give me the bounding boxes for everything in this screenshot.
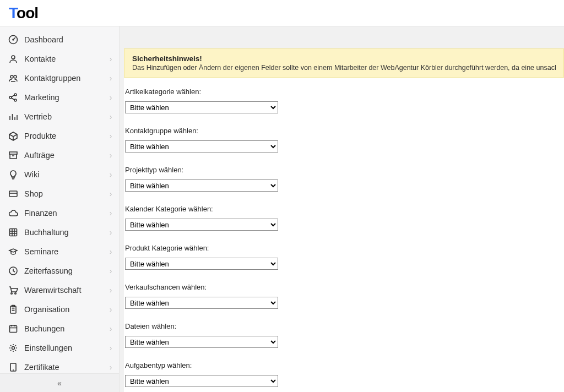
field-select[interactable]: Bitte wählen <box>125 179 278 192</box>
chevron-right-icon: › <box>108 170 113 179</box>
sidebar-item-label: Kontakte <box>24 55 108 63</box>
alert-text: Das Hinzufügen oder Ändern der eigenen F… <box>132 64 556 72</box>
field-select[interactable]: Bitte wählen <box>125 297 278 309</box>
form-row: Kalender Kategorie wählen:Bitte wählen <box>124 205 564 239</box>
app-header: Tool <box>0 0 564 26</box>
sidebar-item-label: Einstellungen <box>24 344 108 352</box>
field-label: Produkt Kategorie wählen: <box>125 244 563 252</box>
alert-title: Sicherheitshinweis! <box>132 55 556 63</box>
cap-icon <box>8 246 19 257</box>
sidebar-item-einstellungen[interactable]: Einstellungen› <box>0 338 119 357</box>
sidebar-item-label: Dashboard <box>24 35 113 44</box>
sidebar-item-produkte[interactable]: Produkte› <box>0 126 119 145</box>
sidebar-collapse-button[interactable]: « <box>0 373 119 392</box>
field-label: Projekttyp wählen: <box>125 166 563 174</box>
sidebar-item-kontakte[interactable]: Kontakte› <box>0 49 119 68</box>
chevron-right-icon: › <box>108 363 113 372</box>
sidebar-item-label: Organisation <box>24 305 108 314</box>
chevron-right-icon: › <box>108 228 113 237</box>
field-label: Artikelkategorie wählen: <box>125 88 563 96</box>
sidebar-item-label: Produkte <box>24 132 108 140</box>
field-label: Kontaktgruppe wählen: <box>125 127 563 135</box>
field-select[interactable]: Bitte wählen <box>125 140 278 153</box>
chevron-right-icon: › <box>108 132 113 140</box>
users-icon <box>8 73 19 84</box>
sidebar-item-label: Vertrieb <box>24 112 108 121</box>
sidebar-item-warenwirtschaft[interactable]: Warenwirtschaft› <box>0 280 119 300</box>
sidebar-item-zeiterfassung[interactable]: Zeiterfassung› <box>0 261 119 280</box>
sidebar-item-zertifikate[interactable]: Zertifikate› <box>0 357 119 373</box>
sidebar-item-label: Seminare <box>24 247 108 256</box>
sidebar-item-label: Buchungen <box>24 324 108 333</box>
sidebar-item-label: Aufträge <box>24 151 108 160</box>
chevron-right-icon: › <box>108 266 113 275</box>
sidebar-item-wiki[interactable]: Wiki› <box>0 165 119 184</box>
form-row: Artikelkategorie wählen:Bitte wählen <box>124 88 564 122</box>
field-select[interactable]: Bitte wählen <box>125 219 278 231</box>
form-row: Verkaufschancen wählen:Bitte wählen <box>124 283 564 318</box>
nav-list: DashboardKontakte›Kontaktgruppen›Marketi… <box>0 26 119 373</box>
settings-form: Artikelkategorie wählen:Bitte wählenKont… <box>124 88 564 392</box>
sidebar-item-seminare[interactable]: Seminare› <box>0 242 119 261</box>
form-row: Kontaktgruppe wählen:Bitte wählen <box>124 127 564 161</box>
sidebar-item-aufträge[interactable]: Aufträge› <box>0 145 119 165</box>
sidebar-item-buchhaltung[interactable]: Buchhaltung› <box>0 222 119 242</box>
field-select[interactable]: Bitte wählen <box>125 101 278 113</box>
security-alert: Sicherheitshinweis! Das Hinzufügen oder … <box>124 48 564 78</box>
chevron-right-icon: › <box>108 209 113 217</box>
form-row: Produkt Kategorie wählen:Bitte wählen <box>124 244 564 279</box>
form-row: Dateien wählen:Bitte wählen <box>124 322 564 357</box>
field-label: Dateien wählen: <box>125 322 563 330</box>
share-icon <box>8 92 19 103</box>
chevron-right-icon: › <box>108 189 113 198</box>
bulb-icon <box>8 169 19 180</box>
logo-accent: T <box>9 4 17 21</box>
sidebar-item-label: Marketing <box>24 93 108 102</box>
sidebar-item-label: Zeiterfassung <box>24 266 108 275</box>
field-label: Aufgabentyp wählen: <box>125 361 563 369</box>
chevron-right-icon: › <box>108 286 113 295</box>
chevron-right-icon: › <box>108 344 113 352</box>
chevron-right-icon: › <box>108 112 113 121</box>
collapse-icon: « <box>57 379 62 388</box>
sidebar-item-dashboard[interactable]: Dashboard <box>0 30 119 49</box>
card-icon <box>8 188 19 199</box>
clipboard-icon <box>8 304 19 315</box>
sidebar-item-kontaktgruppen[interactable]: Kontaktgruppen› <box>0 68 119 88</box>
form-row: Aufgabentyp wählen:Bitte wählen <box>124 361 564 392</box>
grid-icon <box>8 227 19 238</box>
field-select[interactable]: Bitte wählen <box>125 258 278 270</box>
sidebar-item-label: Wiki <box>24 170 108 179</box>
chevron-right-icon: › <box>108 74 113 83</box>
gauge-icon <box>8 34 19 45</box>
sidebar: DashboardKontakte›Kontaktgruppen›Marketi… <box>0 26 120 392</box>
user-icon <box>8 53 19 64</box>
sidebar-item-label: Kontaktgruppen <box>24 74 108 83</box>
sidebar-item-vertrieb[interactable]: Vertrieb› <box>0 107 119 126</box>
chevron-right-icon: › <box>108 247 113 256</box>
sidebar-item-buchungen[interactable]: Buchungen› <box>0 319 119 338</box>
sidebar-item-shop[interactable]: Shop› <box>0 184 119 203</box>
calendar-icon <box>8 323 19 334</box>
field-select[interactable]: Bitte wählen <box>125 336 278 348</box>
chevron-right-icon: › <box>108 324 113 333</box>
chevron-right-icon: › <box>108 93 113 102</box>
archive-icon <box>8 150 19 161</box>
chevron-right-icon: › <box>108 151 113 160</box>
clock-icon <box>8 265 19 276</box>
sidebar-item-organisation[interactable]: Organisation› <box>0 300 119 319</box>
sidebar-item-label: Zertifikate <box>24 363 108 372</box>
cloud-icon <box>8 208 19 219</box>
chevron-right-icon: › <box>108 305 113 314</box>
sidebar-item-label: Buchhaltung <box>24 228 108 237</box>
field-select[interactable]: Bitte wählen <box>125 375 278 387</box>
cart-icon <box>8 285 19 296</box>
chevron-right-icon: › <box>108 55 113 63</box>
box-icon <box>8 130 19 141</box>
gear-icon <box>8 342 19 353</box>
sidebar-item-finanzen[interactable]: Finanzen› <box>0 203 119 222</box>
logo-text: ool <box>17 4 38 21</box>
device-icon <box>8 362 19 373</box>
sidebar-item-marketing[interactable]: Marketing› <box>0 88 119 107</box>
bars-icon <box>8 111 19 122</box>
